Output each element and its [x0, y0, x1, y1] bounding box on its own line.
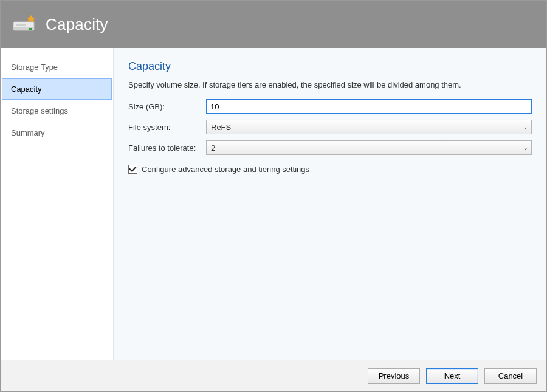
- svg-marker-4: [27, 15, 35, 22]
- advanced-checkbox[interactable]: [128, 165, 137, 174]
- wizard-window: Capacity Storage Type Capacity Storage s…: [0, 0, 547, 392]
- advanced-label[interactable]: Configure advanced storage and tiering s…: [142, 165, 309, 174]
- failures-label: Failures to tolerate:: [128, 143, 206, 153]
- filesystem-label: File system:: [128, 123, 206, 132]
- sidebar-nav: Storage Type Capacity Storage settings S…: [1, 48, 114, 360]
- svg-rect-2: [16, 24, 26, 26]
- sidebar-item-summary[interactable]: Summary: [2, 122, 112, 143]
- drive-capacity-icon: [13, 15, 37, 34]
- next-button[interactable]: Next: [426, 368, 478, 384]
- size-label: Size (GB):: [128, 102, 206, 111]
- sidebar-item-label: Storage settings: [11, 106, 68, 115]
- sidebar-item-label: Capacity: [11, 84, 42, 94]
- sidebar-item-capacity[interactable]: Capacity: [2, 78, 112, 100]
- svg-rect-3: [29, 28, 32, 30]
- main-panel: Capacity Specify volume size. If storage…: [114, 48, 546, 360]
- wizard-title: Capacity: [46, 15, 108, 34]
- sidebar-item-storage-settings[interactable]: Storage settings: [2, 100, 112, 122]
- wizard-header: Capacity: [1, 1, 546, 48]
- filesystem-row: File system: ReFS ⌄: [128, 120, 532, 134]
- failures-select[interactable]: 2 ⌄: [206, 140, 532, 155]
- advanced-row: Configure advanced storage and tiering s…: [128, 165, 532, 174]
- size-input[interactable]: [206, 99, 532, 114]
- sidebar-item-label: Summary: [11, 128, 45, 137]
- filesystem-value: ReFS: [211, 123, 231, 132]
- wizard-footer: Previous Next Cancel: [1, 360, 546, 391]
- failures-value: 2: [211, 143, 215, 153]
- filesystem-select[interactable]: ReFS ⌄: [206, 120, 532, 134]
- size-row: Size (GB):: [128, 99, 532, 114]
- previous-button[interactable]: Previous: [368, 368, 420, 384]
- failures-row: Failures to tolerate: 2 ⌄: [128, 140, 532, 155]
- sidebar-item-storage-type[interactable]: Storage Type: [2, 57, 112, 78]
- page-title: Capacity: [128, 60, 532, 73]
- wizard-body: Storage Type Capacity Storage settings S…: [1, 48, 546, 360]
- sidebar-item-label: Storage Type: [11, 63, 58, 72]
- page-subtitle: Specify volume size. If storage tiers ar…: [128, 80, 532, 89]
- cancel-button[interactable]: Cancel: [484, 368, 537, 384]
